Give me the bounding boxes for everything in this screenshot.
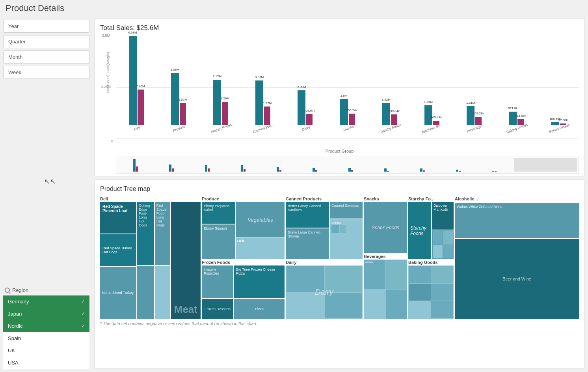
tm-dairy-content[interactable]: Dairy [286,265,363,319]
mini-chart[interactable] [116,156,579,174]
tm-cell-red-spade-hotdogs[interactable]: Red Spade Foot-Long Hot Dogs [155,202,170,265]
filter-month[interactable]: Month [3,50,89,64]
filter-quarter[interactable]: Quarter [3,35,89,48]
bar-label-alcoholic-sales: 1.36M [424,100,433,104]
bar-label-produce-sales: 3.58M [171,68,179,71]
tm-cell-deli-extra[interactable] [137,266,154,319]
mini-bar-group-4 [225,165,261,172]
tm-baking-section: Baking Goods [408,260,454,319]
mini-bar-9b [423,170,425,172]
tm-cell-snack-foods[interactable]: Snack Foods [364,202,407,253]
bar-dairy-sales[interactable]: 2.39M [298,90,305,125]
tm-label-frozen: Frozen Foods [202,260,285,265]
tm-cell-meat[interactable]: Meat [171,202,201,319]
tm-label-deli: Deli [100,196,201,201]
mini-bar-4a [241,165,243,172]
bar-produce-margin[interactable]: 1.52M [180,103,186,125]
tm-cell-label-cutting-edge: Cutting Edge Foot-Long Hot Dogs [139,204,153,227]
bar-alcoholic-sales[interactable]: 1.36M [424,105,432,125]
tm-dairy-label: Dairy [315,288,333,297]
bar-starchy-margin[interactable]: 739.84k [391,114,397,125]
tm-cell-label-starchy-foods: Starchy Foods [410,225,429,236]
tm-cell-beer-wine[interactable]: Beer and Wine [455,239,579,319]
tm-cell-walrus-wine[interactable]: Walrus White Zinfandel Wine [455,203,579,238]
mini-bar-11a [492,171,494,172]
tm-cell-frozen-desserts[interactable]: Frozen Desserts [202,299,233,319]
bar-snacks-sales[interactable]: 1.8M [340,99,348,125]
tm-sg3 [433,245,443,258]
region-item-usa[interactable]: USA [3,357,89,369]
tm-beverages-grid[interactable]: vodka [364,260,407,319]
bar-deli-margin[interactable]: 2.45M [138,90,144,125]
bar-frozen-sales[interactable]: 3.12M [213,80,221,125]
tm-frozen-right: Big Time Frozen Cheese Pizza Pizza [234,265,285,319]
tm-cell-fruit[interactable]: Fruit [236,238,285,259]
tm-cell-red-spade-turkey[interactable]: Red Spade Turkey Hot Dogs [100,234,136,266]
tm-shrimp-grid-2 [340,225,346,233]
bar-produce-sales[interactable]: 3.58M [171,73,179,125]
tm-label-dairy: Dairy [286,260,363,265]
tm-cell-canned-sardines[interactable]: Canned Sardines [330,202,363,219]
tm-cell-big-time-pizza[interactable]: Big Time Frozen Cheese Pizza [234,265,285,298]
tm-cell-pizza[interactable]: Pizza [234,299,285,319]
region-item-germany[interactable]: Germany ✓ [3,295,89,308]
tm-cell-label-walrus-wine: Walrus White Zinfandel Wine [457,205,502,209]
tm-baking-grid[interactable] [408,265,454,319]
bar-starchy-sales[interactable]: 1.52M [382,103,390,125]
tm-section-produce-frozen: Produce Ebony Prepared Salad Ebony Squas… [202,196,285,319]
tm-cell-starchy-foods[interactable]: Starchy Foods [408,202,431,259]
region-item-japan[interactable]: Japan ✓ [3,308,89,320]
bar-deli-sales[interactable]: 6.08M [129,36,137,125]
bar-label-alcoholic-margin: 305.44k [431,116,442,119]
bar-snacks-margin[interactable]: 796.24k [349,114,355,125]
bar-canned-sales[interactable]: 3.06M [255,80,263,125]
tm-canned-left: Better Fancy Canned Sardines Bravo Large… [286,202,329,259]
tm-cell-moms-sliced[interactable]: Moms Sliced Turkey [100,267,136,319]
tm-cell-shrimp-small[interactable]: Shrimp [330,219,363,259]
tm-cell-bravo-shrimp[interactable]: Bravo Large Canned Shrimp [286,228,329,259]
filter-week[interactable]: Week [3,66,89,79]
bar-canned-margin[interactable]: 1.27M [264,107,270,125]
sidebar: Year Quarter Month Week ↖ Region Germany… [0,17,93,372]
tm-cell-better-fancy[interactable]: Better Fancy Canned Sardines [286,202,329,228]
bar-frozen-margin[interactable]: 1.59M [222,102,228,125]
mini-bar-group-8 [369,168,404,172]
bar-baked-sales[interactable]: 186.49k [551,122,559,125]
tm-cell-deli-small[interactable] [155,266,170,319]
tm-label-starchy: Starchy Fo... [408,196,454,201]
tm-bg2 [431,266,453,283]
mini-bar-1a [133,159,136,172]
tm-cell-ebony-salad[interactable]: Ebony Prepared Salad [202,202,235,224]
bar-beverages-sales[interactable]: 1.31M [467,106,474,125]
tm-cell-vegetables[interactable]: Vegetables [236,202,285,237]
tm-frozen: Frozen Foods Imagine Popsicles Frozen De… [202,260,285,319]
chart-scroll-area[interactable] [514,158,577,172]
region-name-uk: UK [8,348,15,353]
cursor-icon: ↖ [44,177,49,183]
tm-bev-g4 [386,290,408,319]
filter-year[interactable]: Year [3,20,89,33]
tm-cell-cutting-edge[interactable]: Cutting Edge Foot-Long Hot Dogs [137,202,154,265]
bar-dairy-margin[interactable]: 768.67k [306,114,313,125]
grid-mid: 3.25M [116,87,579,88]
tm-cell-label-imagine-popsicles: Imagine Popsicles [204,267,231,275]
mini-bar-3b [208,168,210,172]
bar-starchy-sales-fill [382,103,390,125]
check-japan: ✓ [81,311,85,316]
tm-label-canned: Canned Products [286,196,363,201]
tm-cell-label-pizza: Pizza [255,307,264,311]
tm-cell-label-moms-sliced: Moms Sliced Turkey [102,291,134,295]
bar-label-frozen-sales: 3.12M [213,75,221,78]
region-item-spain[interactable]: Spain [3,332,89,344]
bar-label-dairy-margin: 768.67k [304,109,315,112]
region-item-nordic[interactable]: Nordic ✓ [3,320,89,332]
region-item-uk[interactable]: UK [3,344,89,357]
tm-cell-red-spade-pimento[interactable]: Red Spade Pimento Loaf [100,202,136,234]
tm-cell-ebony-squash[interactable]: Ebony Squash [202,224,235,259]
tm-cell-imagine-popsicles[interactable]: Imagine Popsicles [202,265,233,298]
bar-label-baking-sales: 921.8k [508,107,517,110]
tm-alcoholic-content: Walrus White Zinfandel Wine Beer and Win… [455,203,579,319]
mini-bar-10a [456,170,458,172]
bar-label-deli-margin: 2.45M [136,84,145,88]
tm-cell-discover-manicotti[interactable]: Discover Manicotti [432,202,454,230]
